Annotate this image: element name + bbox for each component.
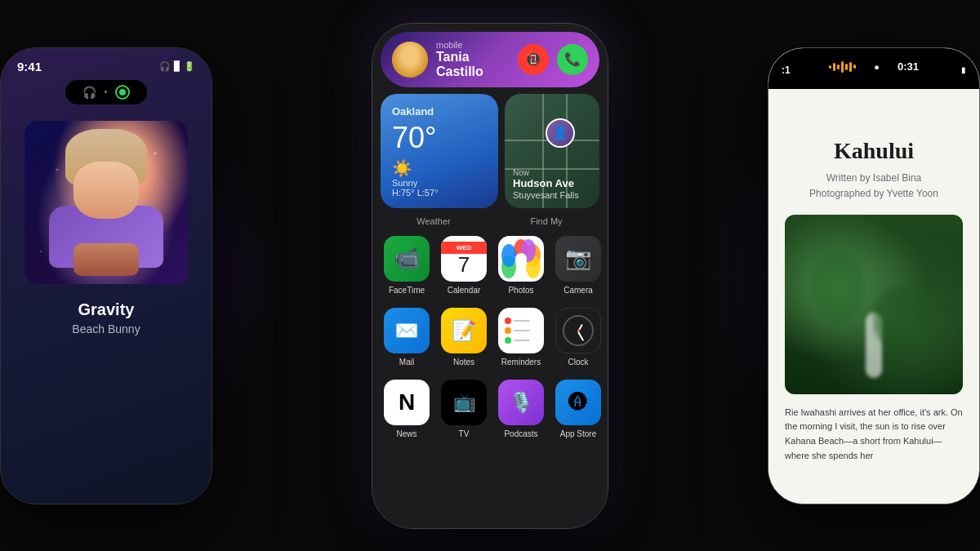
rem-dash-2 [514,330,530,331]
weather-location: Oakland [392,105,487,118]
notes-app[interactable]: 📝 Notes [441,308,487,367]
article-byline: Written by Isabel Bina Photographed by Y… [785,171,963,202]
weather-temp: 70° [392,121,487,155]
iphone-center: mobile Tania Castillo 📵 📞 Oakland [372,23,608,529]
byline-1: Written by Isabel Bina [785,171,963,186]
photos-flower [498,236,544,282]
photos-center [515,253,527,264]
widget-labels: Weather Find My [372,215,608,231]
article-content: Kahului Written by Isabel Bina Photograp… [768,89,979,480]
notes-label: Notes [453,358,474,367]
rem-dash-3 [514,340,530,341]
right-status-bar: :1 ● 0:31 ▮ [768,48,979,89]
weather-widget[interactable]: Oakland 70° ☀️ Sunny H:75° L:57° [381,94,498,208]
rem-dash-1 [514,320,530,322]
calendar-date: 7 [458,254,470,275]
weather-widget-label: Weather [381,216,487,226]
camera-icon: 📷 [555,236,601,282]
podcasts-app[interactable]: 🎙️ Podcasts [498,380,544,438]
call-buttons: 📵 📞 [518,44,588,75]
artwork-hands [74,243,139,276]
calendar-app[interactable]: WED 7 Calendar [441,236,487,295]
calendar-icon: WED 7 [441,236,487,282]
appstore-app[interactable]: 🅐 App Store [555,380,601,438]
end-call-button[interactable]: 📵 [518,44,549,75]
news-inner: N [384,380,430,425]
podcasts-icon: 🎙️ [498,380,544,425]
tv-label: TV [459,429,470,438]
weather-highlow: H:75° L:57° [392,188,487,198]
reminders-label: Reminders [501,358,541,367]
reminders-app[interactable]: Reminders [498,308,544,367]
clock-center-dot [577,329,580,331]
mail-app[interactable]: ✉️ Mail [384,308,430,367]
wave-bar-4 [841,61,844,73]
caller-avatar [392,42,428,78]
news-label: News [396,429,416,438]
reminders-icon [498,308,544,353]
tree-cluster-2 [874,287,945,349]
activity-circle [115,85,130,100]
wave-bar-3 [837,64,840,69]
right-screen: :1 ● 0:31 ▮ [768,48,979,504]
clock-minute-hand [577,331,584,340]
caller-name: Tania Castillo [436,50,518,79]
iphone-left: 9:41 🎧 ▊ 🔋 🎧 • [0,47,212,504]
wave-bar-5 [845,64,848,70]
di-icons: 🎧 • [82,85,131,100]
camera-app[interactable]: 📷 Camera [555,236,601,295]
map-widget-label: Find My [493,216,599,226]
facetime-label: FaceTime [389,286,425,295]
accept-call-button[interactable]: 📞 [557,44,588,75]
tv-icon: 📺 [441,380,487,425]
mail-glyph: ✉️ [394,319,419,342]
rem-line-1 [505,318,530,324]
tree-cluster-1 [812,251,865,322]
article-text: Rie Iwahashi arrives at her office, it's… [785,406,963,463]
signal-icon: ▊ [174,61,180,72]
call-bar: mobile Tania Castillo 📵 📞 [381,32,599,87]
tv-app[interactable]: 📺 TV [441,380,487,438]
widgets-row: Oakland 70° ☀️ Sunny H:75° L:57° [372,87,608,215]
reminders-inner [498,308,544,353]
wave-bar-6 [849,62,852,72]
map-avatar-image: 👤 [547,120,573,146]
clock-app[interactable]: Clock [555,308,601,367]
rem-line-2 [505,327,530,334]
rem-line-3 [505,337,530,344]
right-status-icons: ▮ [961,65,966,74]
iphone-right: :1 ● 0:31 ▮ [768,47,980,504]
clock-label: Clock [568,358,588,367]
song-artist: Beach Bunny [17,322,195,335]
battery-icon: 🔋 [184,61,195,72]
center-screen: mobile Tania Castillo 📵 📞 Oakland [372,32,608,529]
article-title: Kahului [785,138,963,164]
map-widget[interactable]: 👤 Now Hudson Ave Stuyvesant Falls [505,94,599,208]
facetime-icon: 📹 [384,236,430,282]
facetime-glyph: 📹 [394,246,420,271]
article-body: Rie Iwahashi arrives at her office, it's… [785,407,963,460]
right-time: :1 [782,64,791,76]
appstore-glyph: 🅐 [568,391,588,414]
left-time: 9:41 [17,60,42,73]
caller-info: mobile Tania Castillo [428,40,518,79]
caller-label: mobile [436,40,518,50]
dynamic-island-left: 🎧 • [65,80,147,104]
wave-bar-1 [829,65,831,69]
headphone-icon: 🎧 [159,61,171,72]
right-battery-icon: ▮ [961,65,966,74]
photos-app[interactable]: Photos [498,236,544,295]
map-street: Hudson Ave [513,177,579,190]
facetime-app[interactable]: 📹 FaceTime [384,236,430,295]
photos-label: Photos [508,286,533,295]
rem-dot-1 [505,318,511,324]
article-image [785,215,963,394]
tv-glyph: 📺 [453,392,475,413]
camera-label: Camera [564,286,593,295]
podcasts-label: Podcasts [504,429,537,438]
wave-bar-7 [853,64,856,69]
song-info: Gravity Beach Bunny [1,300,212,335]
news-app[interactable]: N News [384,380,430,438]
left-status-bar: 9:41 🎧 ▊ 🔋 [1,48,212,80]
weather-sun-icon: ☀️ [392,158,487,178]
